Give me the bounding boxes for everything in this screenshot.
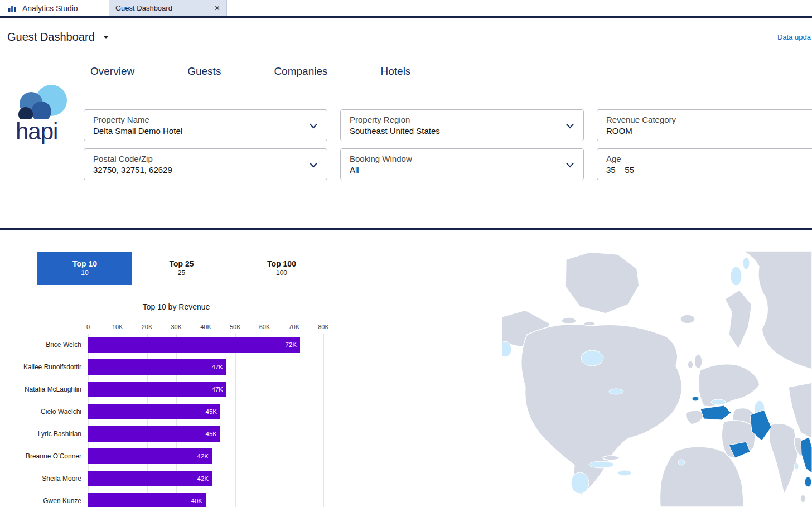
bar-value-label: 40K — [191, 493, 202, 507]
filter-property-region[interactable]: Property RegionSoutheast United States — [340, 109, 584, 141]
filter-label: Booking Window — [350, 153, 561, 164]
dashboard-tab[interactable]: Guest Dashboard × — [109, 0, 227, 16]
gridline — [235, 334, 236, 507]
nav-tabs: OverviewGuestsCompaniesHotels — [0, 61, 812, 81]
filter-value: Southeast United States — [350, 125, 561, 137]
tab-top-100[interactable]: Top 100100 — [231, 252, 332, 285]
filter-value: All — [350, 164, 561, 176]
bar-category-label: Brice Welch — [0, 334, 81, 356]
filter-value: ROOM — [606, 125, 812, 137]
x-tick-label: 50K — [230, 323, 241, 330]
tab-count: 25 — [132, 269, 231, 277]
x-tick-label: 10K — [112, 323, 123, 330]
x-tick-label: 80K — [318, 323, 329, 330]
bar-category-label: Sheila Moore — [0, 467, 81, 490]
bar-8[interactable]: 40K — [88, 493, 206, 507]
hapi-logo-icon — [14, 84, 76, 119]
filters-grid: Property NameDelta Small Demo HotelPrope… — [84, 109, 812, 180]
bar-value-label: 72K — [286, 337, 297, 353]
nav-tab-guests[interactable]: Guests — [187, 65, 221, 78]
filter-age[interactable]: Age35 – 55 — [597, 148, 812, 180]
map-land — [502, 251, 812, 507]
app-brand-name: Analytics Studio — [22, 4, 78, 13]
x-tick-label: 0 — [86, 323, 90, 330]
bar-category-label: Kailee Runolfsdottir — [0, 356, 81, 378]
tab-top-25[interactable]: Top 2525 — [132, 252, 231, 285]
nav-tab-hotels[interactable]: Hotels — [381, 65, 411, 78]
filter-label: Property Region — [350, 114, 561, 125]
chevron-down-icon — [309, 162, 318, 168]
app-topbar: Analytics Studio Guest Dashboard × — [0, 0, 812, 18]
gridline — [294, 334, 294, 507]
bar-value-label: 45K — [206, 426, 217, 442]
hapi-logo-text: hapi — [14, 118, 76, 145]
bar-value-label: 47K — [212, 359, 223, 375]
bar-7[interactable]: 42K — [88, 471, 212, 486]
bar-category-label: Gwen Kunze — [0, 490, 81, 507]
chevron-down-icon — [566, 123, 574, 129]
tab-top-10[interactable]: Top 1010 — [37, 252, 132, 285]
gridline — [323, 334, 324, 507]
filter-revenue-category[interactable]: Revenue CategoryROOM — [597, 109, 812, 141]
chart-title: Top 10 by Revenue — [89, 302, 263, 311]
bar-value-label: 42K — [197, 471, 209, 486]
bar-6[interactable]: 42K — [88, 448, 212, 464]
world-map[interactable] — [502, 251, 812, 507]
filter-postal-code-zip[interactable]: Postal Code/Zip32750, 32751, 62629 — [84, 148, 327, 180]
filter-value: 32750, 32751, 62629 — [93, 164, 304, 176]
bar-value-label: 47K — [212, 382, 223, 397]
x-tick-label: 40K — [200, 323, 211, 330]
x-tick-label: 70K — [288, 323, 299, 330]
bar-value-label: 42K — [197, 448, 209, 464]
close-icon[interactable]: × — [215, 4, 220, 13]
bar-1[interactable]: 72K — [88, 337, 300, 353]
bar-category-label: Natalia McLaughlin — [0, 378, 81, 400]
tab-label: Top 100 — [231, 259, 332, 268]
tab-label: Top 25 — [132, 259, 231, 268]
bar-4[interactable]: 45K — [88, 404, 220, 419]
top-n-tabs: Top 1010Top 2525Top 100100 — [37, 252, 332, 285]
page-header: Guest Dashboard Data upda — [0, 18, 812, 56]
bar-category-label: Lyric Bashirian — [0, 423, 81, 445]
x-tick-label: 60K — [259, 323, 270, 330]
dashboard-tab-label: Guest Dashboard — [115, 4, 172, 12]
bar-value-label: 45K — [206, 404, 217, 419]
app-brand: Analytics Studio — [0, 0, 109, 16]
filter-value: 35 – 55 — [606, 164, 812, 176]
section-divider — [0, 228, 812, 230]
bar-5[interactable]: 45K — [88, 426, 220, 442]
x-tick-label: 30K — [171, 323, 182, 330]
filter-value: Delta Small Demo Hotel — [93, 125, 304, 137]
tab-count: 10 — [37, 269, 132, 277]
bar-category-label: Cielo Waelchi — [0, 400, 81, 423]
filter-label: Postal Code/Zip — [93, 153, 304, 164]
bar-2[interactable]: 47K — [88, 359, 226, 375]
tab-label: Top 10 — [37, 259, 132, 268]
bar-category-label: Breanne O’Conner — [0, 445, 81, 467]
gridline — [265, 334, 265, 507]
filter-property-name[interactable]: Property NameDelta Small Demo Hotel — [84, 109, 327, 141]
chevron-down-icon — [309, 123, 318, 129]
filter-label: Revenue Category — [606, 114, 812, 125]
hapi-logo: hapi — [14, 84, 76, 145]
bar-3[interactable]: 47K — [88, 382, 226, 397]
filter-label: Age — [606, 153, 812, 164]
filter-label: Property Name — [93, 114, 304, 125]
revenue-bar-chart: Top 10 by Revenue 010K20K30K40K50K60K70K… — [0, 299, 368, 507]
page-title: Guest Dashboard — [7, 31, 95, 44]
nav-tab-companies[interactable]: Companies — [274, 65, 327, 78]
tab-count: 100 — [231, 269, 332, 277]
analytics-logo-icon — [7, 3, 17, 13]
nav-tab-overview[interactable]: Overview — [90, 65, 134, 78]
chevron-down-icon — [566, 162, 574, 168]
x-tick-label: 20K — [142, 323, 153, 330]
chevron-down-icon[interactable] — [103, 36, 109, 39]
data-updated-text: Data upda — [777, 33, 811, 41]
filter-booking-window[interactable]: Booking WindowAll — [340, 148, 584, 180]
